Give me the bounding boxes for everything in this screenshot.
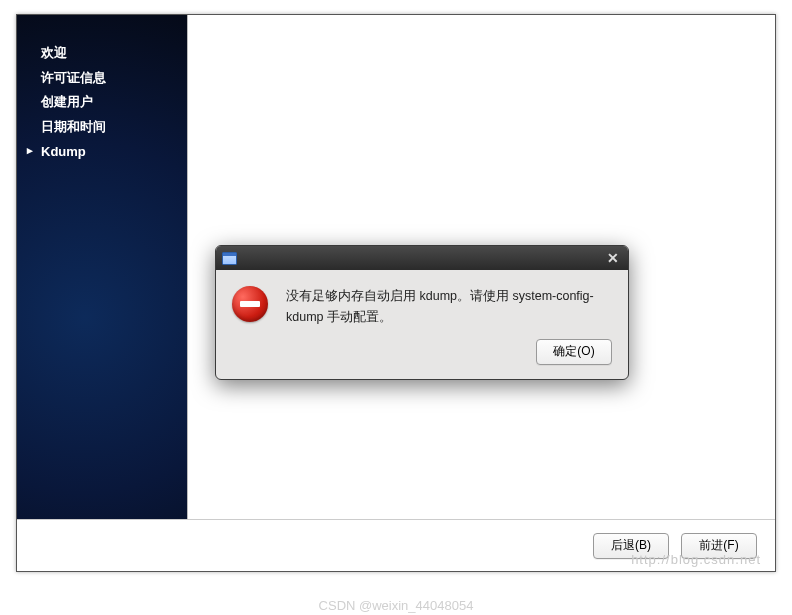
ok-button[interactable]: 确定(O) [536, 339, 612, 365]
sidebar-item-label: 创建用户 [41, 94, 93, 109]
sidebar-item-label: 欢迎 [41, 45, 67, 60]
back-button[interactable]: 后退(B) [593, 533, 669, 559]
footer-bar: 后退(B) 前进(F) [17, 519, 775, 571]
sidebar-item-label: 日期和时间 [41, 119, 106, 134]
sidebar-item-date-time[interactable]: 日期和时间 [41, 115, 187, 140]
sidebar: 欢迎 许可证信息 创建用户 日期和时间 Kdump [17, 15, 187, 519]
app-icon [222, 252, 237, 265]
installer-window: 欢迎 许可证信息 创建用户 日期和时间 Kdump 后退(B) 前进(F) ✕ [16, 14, 776, 572]
error-icon [232, 286, 268, 322]
sidebar-item-label: 许可证信息 [41, 70, 106, 85]
sidebar-item-welcome[interactable]: 欢迎 [41, 41, 187, 66]
csdn-watermark: CSDN @weixin_44048054 [0, 598, 792, 613]
viewport: 欢迎 许可证信息 创建用户 日期和时间 Kdump 后退(B) 前进(F) ✕ [0, 0, 792, 615]
minus-icon [240, 301, 260, 307]
dialog-body: 没有足够内存自动启用 kdump。请使用 system-config-kdump… [216, 270, 628, 335]
sidebar-item-create-user[interactable]: 创建用户 [41, 90, 187, 115]
dialog-message: 没有足够内存自动启用 kdump。请使用 system-config-kdump… [286, 286, 612, 329]
close-icon[interactable]: ✕ [604, 250, 622, 266]
sidebar-item-kdump[interactable]: Kdump [41, 140, 187, 165]
error-dialog: ✕ 没有足够内存自动启用 kdump。请使用 system-config-kdu… [215, 245, 629, 380]
sidebar-item-label: Kdump [41, 144, 86, 159]
error-icon-wrap [232, 286, 272, 329]
dialog-titlebar[interactable]: ✕ [216, 246, 628, 270]
titlebar-left [222, 252, 237, 265]
forward-button[interactable]: 前进(F) [681, 533, 757, 559]
sidebar-item-license[interactable]: 许可证信息 [41, 66, 187, 91]
dialog-actions: 确定(O) [216, 335, 628, 379]
